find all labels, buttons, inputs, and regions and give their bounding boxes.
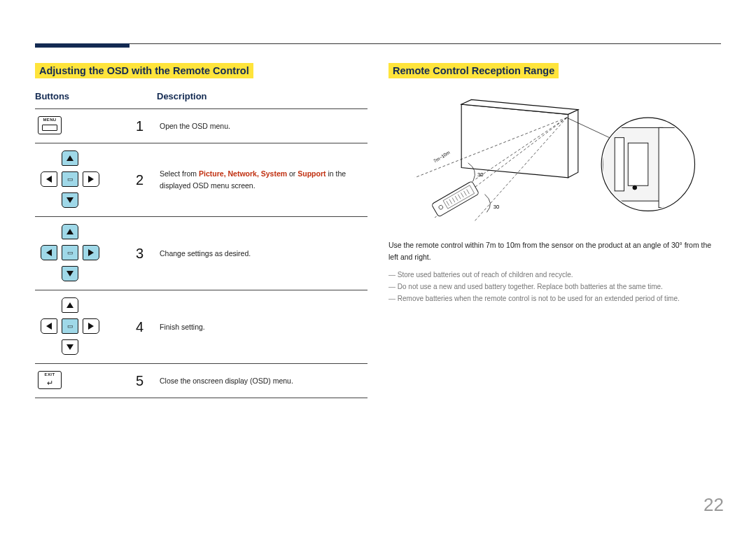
dpad-down-icon bbox=[62, 192, 78, 208]
top-horizontal-rule bbox=[35, 43, 721, 44]
dpad-icon: ▭ bbox=[38, 150, 102, 208]
dpad-up-icon bbox=[62, 297, 78, 313]
dpad-up-icon bbox=[62, 224, 78, 239]
range-paragraph: Use the remote control within 7m to 10m … bbox=[388, 239, 721, 263]
step-number: 5 bbox=[133, 364, 157, 398]
dpad-down-icon bbox=[62, 266, 78, 281]
svg-rect-7 bbox=[431, 181, 479, 217]
dpad-left-icon bbox=[41, 245, 57, 260]
svg-rect-25 bbox=[659, 127, 699, 207]
menu-button-icon bbox=[38, 116, 62, 134]
dpad-ok-icon: ▭ bbox=[62, 318, 78, 334]
dpad-down-icon bbox=[62, 339, 78, 355]
list-item: Store used batteries out of reach of chi… bbox=[388, 269, 721, 281]
step-description: Finish setting. bbox=[157, 290, 368, 364]
right-column: Remote Control Reception Range bbox=[388, 63, 721, 398]
top-accent-bar bbox=[35, 43, 130, 48]
page-number: 22 bbox=[704, 494, 724, 516]
exit-button-icon bbox=[38, 371, 62, 389]
svg-point-26 bbox=[633, 185, 637, 190]
svg-rect-22 bbox=[628, 143, 648, 185]
angle-label: 30 bbox=[493, 204, 499, 210]
dpad-ok-icon: ▭ bbox=[62, 171, 78, 187]
manual-page: Adjusting the OSD with the Remote Contro… bbox=[0, 0, 756, 534]
svg-marker-0 bbox=[461, 104, 568, 178]
angle-label: 30 bbox=[477, 171, 483, 178]
dpad-ok-icon: ▭ bbox=[62, 245, 78, 260]
svg-marker-1 bbox=[568, 110, 578, 178]
dpad-up-icon bbox=[62, 150, 78, 166]
dpad-right-icon bbox=[83, 171, 99, 187]
col-header-spacer bbox=[133, 88, 157, 109]
dpad-left-icon bbox=[41, 171, 57, 187]
col-header-description: Description bbox=[157, 88, 368, 109]
notes-list: Store used batteries out of reach of chi… bbox=[388, 269, 721, 304]
table-row: ▭ 2 Select from Picture, Network, System… bbox=[35, 143, 368, 217]
reception-range-diagram: 30 30 7m~10m bbox=[388, 91, 721, 231]
distance-label: 7m~10m bbox=[433, 150, 451, 164]
dpad-left-icon bbox=[41, 318, 57, 334]
dpad-icon: ▭ bbox=[38, 224, 102, 281]
section-title-range: Remote Control Reception Range bbox=[388, 63, 559, 78]
dpad-right-icon bbox=[83, 318, 99, 334]
two-column-layout: Adjusting the OSD with the Remote Contro… bbox=[35, 63, 721, 398]
col-header-buttons: Buttons bbox=[35, 88, 133, 109]
step-description: Select from Picture, Network, System or … bbox=[157, 143, 368, 217]
table-row: ▭ 3 Change settings as desired. bbox=[35, 217, 368, 290]
table-row: 5 Close the onscreen display (OSD) menu. bbox=[35, 364, 368, 398]
step-description: Open the OSD menu. bbox=[157, 109, 368, 143]
list-item: Remove batteries when the remote control… bbox=[388, 293, 721, 304]
step-number: 4 bbox=[133, 290, 157, 364]
step-number: 2 bbox=[133, 143, 157, 217]
step-description: Change settings as desired. bbox=[157, 217, 368, 290]
section-title-osd: Adjusting the OSD with the Remote Contro… bbox=[35, 63, 253, 78]
left-column: Adjusting the OSD with the Remote Contro… bbox=[35, 63, 368, 398]
list-item: Do not use a new and used battery togeth… bbox=[388, 281, 721, 293]
step-number: 3 bbox=[133, 217, 157, 290]
osd-steps-table: Buttons Description 1 Open the OSD menu. bbox=[35, 88, 368, 398]
table-row: ▭ 4 Finish setting. bbox=[35, 290, 368, 364]
svg-rect-21 bbox=[615, 138, 624, 191]
table-row: 1 Open the OSD menu. bbox=[35, 109, 368, 143]
step-description: Close the onscreen display (OSD) menu. bbox=[157, 364, 368, 398]
dpad-right-icon bbox=[83, 245, 99, 260]
step-number: 1 bbox=[133, 109, 157, 143]
dpad-icon: ▭ bbox=[38, 297, 102, 355]
